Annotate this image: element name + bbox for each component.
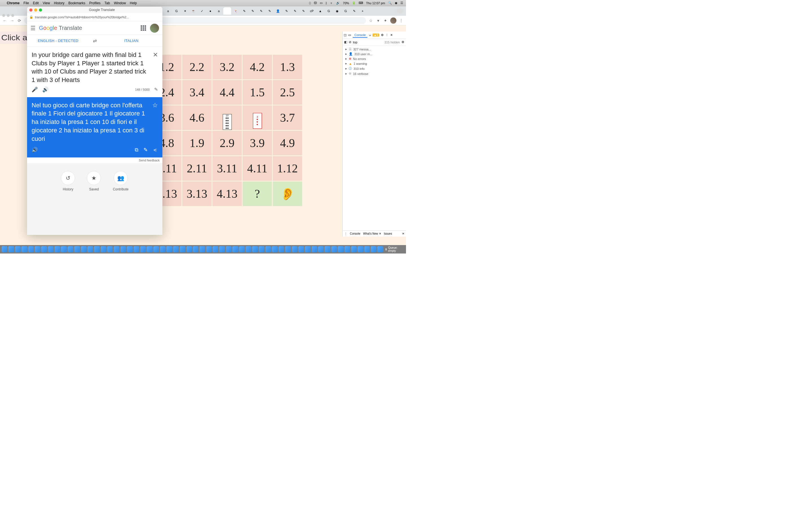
extensions-icon[interactable]: ✦ [383,18,388,23]
google-apps-icon[interactable] [141,25,146,31]
dock-app-icon[interactable] [278,246,284,252]
grid-cell[interactable]: 3.7 [273,105,302,130]
dock-app-icon[interactable] [180,246,185,252]
devtools-context[interactable]: top [353,41,357,44]
dock-app-icon[interactable] [226,246,232,252]
listen-target-icon[interactable]: 🔊 [32,147,38,153]
menu-profiles[interactable]: Profiles [89,1,101,5]
dock-app-icon[interactable] [324,246,330,252]
browser-tab[interactable]: ▲ [316,7,324,15]
dock-app-icon[interactable] [259,246,264,252]
devtools-inspect-icon[interactable]: ◫ [344,33,347,37]
dock-app-icon[interactable] [312,246,317,252]
dock-app-icon[interactable] [160,246,165,252]
window-minimize[interactable] [34,8,37,11]
profile-avatar[interactable] [390,17,396,24]
window-zoom[interactable] [39,8,42,11]
dock-app-icon[interactable] [127,246,133,252]
dock-app-icon[interactable] [114,246,119,252]
contribute-button[interactable]: 👥 Contribute [113,171,128,235]
target-language-tab[interactable]: ITALIAN [100,39,162,43]
swap-languages-button[interactable]: ⇄ [89,38,100,43]
reload-button[interactable]: ⟳ [17,18,22,23]
dock-app-icon[interactable] [87,246,93,252]
dock-app-icon[interactable] [28,246,34,252]
volume-icon[interactable]: 🔊 [336,1,340,5]
mic-icon[interactable]: 🎤 [32,87,38,93]
grid-cell[interactable]: 2.5 [273,80,302,105]
menu-window[interactable]: Window [114,1,126,5]
translate-url-bar[interactable]: 🔒 translate.google.com/?sl=auto&tl=it&te… [27,13,162,21]
dock-app-icon[interactable] [265,246,271,252]
dock-app-icon[interactable] [371,246,376,252]
saved-button[interactable]: ★ Saved [87,171,101,235]
dock-app-icon[interactable] [338,246,343,252]
dock-app-icon[interactable] [147,246,152,252]
menu-tab[interactable]: Tab [105,1,110,5]
devtools-filter-row[interactable]: ▸ ⊗ No errors [343,56,406,61]
dock-app-icon[interactable] [318,246,324,252]
dock-app-icon[interactable] [206,246,212,252]
dock-app-icon[interactable] [186,246,192,252]
browser-tab[interactable]: a [164,7,172,15]
siri-icon[interactable]: ◉ [395,1,398,5]
control-center-icon[interactable]: ☰ [400,1,403,5]
browser-tab[interactable]: 🃏 [232,7,240,15]
forward-button[interactable]: → [10,18,15,23]
browser-tab[interactable]: 👤 [274,7,282,15]
browser-tab[interactable]: ✎ [240,7,248,15]
devtools-sidebar-icon[interactable]: ◧ [344,40,347,44]
dock-app-icon[interactable] [298,246,304,252]
dock-app-icon[interactable] [246,246,251,252]
status-icon[interactable]: ⬯ [309,1,311,5]
browser-tab[interactable]: ✎ [283,7,290,15]
browser-tab[interactable]: ◉ [333,7,341,15]
grid-cell[interactable]: 👂 [273,181,302,206]
devtools-device-icon[interactable]: ▭ [348,33,351,37]
grid-cell[interactable]: 3.2 [212,55,242,79]
grid-cell[interactable]: 1.12 [273,156,302,181]
dock-app-icon[interactable] [364,246,370,252]
devtools-clear-icon[interactable]: ⊘ [349,40,351,44]
grid-cell[interactable]: 3.9 [243,131,272,156]
listen-source-icon[interactable]: 🔊 [42,87,49,93]
browser-tab[interactable]: a [215,7,223,15]
dock-app-icon[interactable] [213,246,218,252]
grid-cell[interactable]: 4.4 [212,80,242,105]
devtools-drawer-menu[interactable]: ⋮ [344,232,347,235]
dock-app-icon[interactable] [351,246,357,252]
suggest-edit-icon[interactable]: ✎ [144,147,148,153]
dock-app-icon[interactable] [48,246,54,252]
grid-cell[interactable]: 1.5 [243,80,272,105]
browser-tab[interactable]: ✎ [257,7,265,15]
dock-app-icon[interactable] [345,246,350,252]
dock-app-icon[interactable] [272,246,277,252]
browser-tab[interactable]: ☕ [190,7,197,15]
clear-source-button[interactable]: ✕ [153,51,158,59]
dock-app-icon[interactable] [166,246,172,252]
browser-menu-icon[interactable]: ⋮ [399,18,404,23]
window-close[interactable] [2,14,5,17]
edit-icon[interactable]: ✎ [154,87,158,92]
dock-app-icon[interactable] [239,246,245,252]
hamburger-menu-icon[interactable]: ☰ [31,25,36,32]
spotlight-icon[interactable]: 🔍 [388,1,392,5]
grid-cell[interactable]: 2.11 [182,156,212,181]
dock-app-icon[interactable] [173,246,179,252]
account-avatar[interactable] [150,24,159,33]
dock-app-icon[interactable] [8,246,14,252]
source-text[interactable]: In your bridge card game with final bid … [32,51,158,84]
browser-tab[interactable]: ✶ [181,7,189,15]
grid-cell[interactable]: 4.6 [182,105,212,130]
dock-app-icon[interactable] [54,246,60,252]
source-language-tab[interactable]: ENGLISH - DETECTED [27,39,89,43]
browser-tab[interactable]: G [172,7,181,15]
screencast-icon[interactable]: ▭ [320,1,322,5]
dock-app-icon[interactable] [305,246,310,252]
grid-cell[interactable]: 2.2 [182,55,212,79]
dock-app-icon[interactable] [292,246,297,252]
browser-tab[interactable]: G [342,7,350,15]
devtools-filter-row[interactable]: ▸ ❊ 16 verbose [343,71,406,76]
save-translation-button[interactable]: ☆ [152,101,158,110]
devtools-more-tabs[interactable]: » [369,34,371,37]
